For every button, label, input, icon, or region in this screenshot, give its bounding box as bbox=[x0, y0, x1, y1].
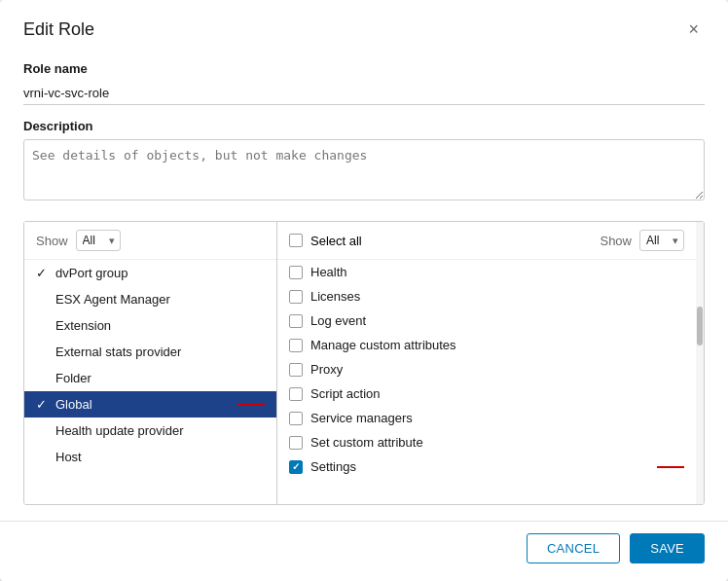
left-show-select-wrapper[interactable]: All bbox=[76, 230, 121, 251]
left-list-scroll[interactable]: ✓ dvPort group ESX Agent Manager Extensi… bbox=[24, 260, 276, 474]
right-list-item-health[interactable]: Health bbox=[277, 260, 696, 284]
list-item[interactable]: Health update provider bbox=[24, 418, 276, 444]
right-column-header: Select all Show All bbox=[277, 222, 696, 260]
set-custom-label: Set custom attribute bbox=[310, 435, 684, 450]
red-line-indicator bbox=[237, 404, 265, 406]
right-list-item-script[interactable]: Script action bbox=[277, 381, 696, 406]
columns-container: Show All ✓ dvPort group ES bbox=[23, 221, 705, 505]
checkmark-icon: ✓ bbox=[36, 266, 50, 280]
left-column: Show All ✓ dvPort group ES bbox=[24, 222, 277, 504]
dialog-body: Role name Description Show All bbox=[0, 54, 728, 521]
proxy-label: Proxy bbox=[310, 362, 684, 377]
select-all-area: Select all bbox=[289, 234, 362, 248]
item-label: Health update provider bbox=[55, 423, 265, 438]
list-item[interactable]: ESX Agent Manager bbox=[24, 286, 276, 312]
save-button[interactable]: SAVE bbox=[630, 533, 705, 563]
left-show-select[interactable]: All bbox=[76, 230, 121, 251]
licenses-checkbox[interactable] bbox=[289, 290, 303, 304]
right-list-item-proxy[interactable]: Proxy bbox=[277, 357, 696, 381]
role-name-input[interactable] bbox=[23, 82, 705, 105]
checkmark-icon: ✓ bbox=[36, 397, 50, 412]
dialog-footer: CANCEL SAVE bbox=[0, 521, 728, 581]
description-label: Description bbox=[23, 119, 705, 133]
settings-red-line bbox=[657, 466, 684, 468]
select-all-checkbox[interactable] bbox=[289, 234, 303, 247]
proxy-checkbox[interactable] bbox=[289, 363, 303, 377]
scrollbar-thumb[interactable] bbox=[697, 307, 703, 345]
list-item[interactable]: Host bbox=[24, 444, 276, 470]
select-all-label: Select all bbox=[310, 234, 362, 248]
right-show-area: Show All bbox=[600, 230, 684, 251]
description-input[interactable] bbox=[23, 139, 705, 200]
cancel-button[interactable]: CANCEL bbox=[527, 533, 620, 563]
script-checkbox[interactable] bbox=[289, 387, 303, 401]
right-list-item-licenses[interactable]: Licenses bbox=[277, 284, 696, 309]
list-item[interactable]: Host profile bbox=[24, 470, 276, 474]
list-item[interactable]: Extension bbox=[24, 312, 276, 339]
licenses-label: Licenses bbox=[310, 289, 684, 304]
item-label: External stats provider bbox=[55, 345, 265, 359]
service-checkbox[interactable] bbox=[289, 412, 303, 425]
description-group: Description bbox=[23, 119, 705, 203]
scrollbar[interactable] bbox=[696, 222, 704, 504]
list-item[interactable]: Folder bbox=[24, 365, 276, 391]
dialog-header: Edit Role × bbox=[0, 0, 728, 54]
right-list-scroll[interactable]: Health Licenses Log event Manage custom … bbox=[277, 260, 696, 474]
item-label: Extension bbox=[55, 318, 265, 333]
list-item[interactable]: ✓ dvPort group bbox=[24, 260, 276, 286]
manage-custom-checkbox[interactable] bbox=[289, 339, 303, 352]
settings-label: Settings bbox=[310, 459, 643, 474]
item-label: Host bbox=[55, 450, 265, 464]
right-show-label: Show bbox=[600, 234, 632, 248]
list-item[interactable]: External stats provider bbox=[24, 339, 276, 365]
scrollbar-track bbox=[696, 222, 704, 504]
item-label: Folder bbox=[55, 371, 265, 385]
left-column-header: Show All bbox=[24, 222, 276, 260]
item-label: Global bbox=[55, 397, 228, 412]
right-list-item-set-custom[interactable]: Set custom attribute bbox=[277, 430, 696, 454]
service-label: Service managers bbox=[310, 411, 684, 425]
item-label: ESX Agent Manager bbox=[55, 292, 265, 307]
log-event-label: Log event bbox=[310, 313, 684, 328]
dialog-title: Edit Role bbox=[23, 19, 94, 40]
right-show-select[interactable]: All bbox=[639, 230, 684, 251]
right-list-item-manage-custom[interactable]: Manage custom attributes bbox=[277, 333, 696, 357]
right-show-select-wrapper[interactable]: All bbox=[639, 230, 684, 251]
right-column: Select all Show All Health bbox=[277, 222, 696, 504]
right-list-item-settings[interactable]: Settings bbox=[277, 454, 696, 474]
edit-role-dialog: Edit Role × Role name Description Show A… bbox=[0, 0, 728, 581]
role-name-label: Role name bbox=[23, 61, 705, 76]
health-checkbox[interactable] bbox=[289, 266, 303, 279]
right-list-item-log-event[interactable]: Log event bbox=[277, 309, 696, 333]
role-name-group: Role name bbox=[23, 61, 705, 105]
settings-checkbox[interactable] bbox=[289, 460, 303, 474]
right-list-item-service[interactable]: Service managers bbox=[277, 406, 696, 430]
health-label: Health bbox=[310, 265, 684, 279]
item-label: dvPort group bbox=[55, 266, 265, 280]
log-event-checkbox[interactable] bbox=[289, 314, 303, 328]
left-show-label: Show bbox=[36, 234, 68, 248]
close-button[interactable]: × bbox=[682, 18, 705, 42]
set-custom-checkbox[interactable] bbox=[289, 436, 303, 450]
script-label: Script action bbox=[310, 386, 684, 401]
manage-custom-label: Manage custom attributes bbox=[310, 338, 684, 352]
list-item-global[interactable]: ✓ Global bbox=[24, 391, 276, 418]
